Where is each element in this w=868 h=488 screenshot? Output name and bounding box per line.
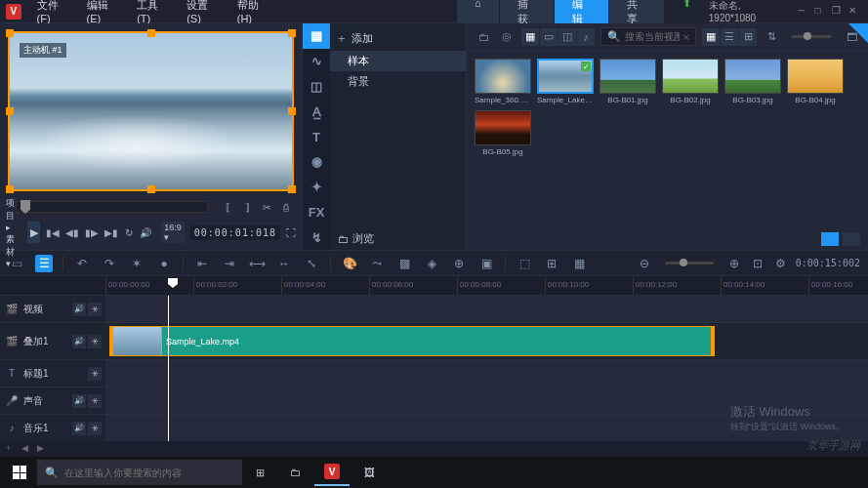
track-mute[interactable]: 🔊 [72,303,86,316]
media-tool[interactable]: ▦ [303,23,330,49]
pan-zoom-button[interactable]: ◈ [423,255,440,272]
start-button[interactable] [4,459,35,486]
record-button[interactable]: ● [155,255,173,272]
restore-button[interactable]: ❐ [832,5,846,19]
snapshot-button[interactable]: ⎙ [278,199,294,215]
taskbar-search[interactable]: 🔍 [37,460,242,485]
library-browse[interactable]: 🗀 浏览 [330,227,382,250]
track-header-title[interactable]: T 标题1 ⚹ [0,360,105,386]
scroll-left-button[interactable]: ◀ [21,443,33,455]
media-thumbnail[interactable]: BG-B04.jpg [787,59,844,104]
motion-tool[interactable]: ↯ [303,224,330,250]
sort-order-button[interactable]: ⇅ [763,28,780,46]
ripple-button[interactable]: ↔ [275,255,293,272]
track-lock[interactable]: ⚹ [88,367,102,381]
resize-handle[interactable] [147,29,155,37]
transition-tool[interactable]: ◫ [303,74,330,100]
motion-button[interactable]: ⤳ [368,255,386,272]
resize-handle[interactable] [6,185,14,193]
menu-settings[interactable]: 设置(S) [179,0,229,24]
go-end-button[interactable]: ▶▮ [104,224,118,240]
timeline-clip[interactable]: Sample_Lake.mp4 [109,326,715,356]
minimize-button[interactable]: ─ [798,5,811,19]
scroll-right-button[interactable]: ▶ [37,443,49,455]
close-button[interactable]: ✕ [848,5,862,19]
3d-button[interactable]: ⬚ [516,255,533,272]
clear-search-button[interactable]: × [683,31,689,43]
view-thumb-button[interactable]: ▦ [702,28,720,46]
resize-handle[interactable] [6,107,14,115]
filter-video-button[interactable]: ▭ [540,28,558,46]
menu-help[interactable]: 帮助(H) [229,0,280,24]
taskbar-app-explorer[interactable]: 🗀 [277,459,312,486]
track-lock[interactable]: ⚹ [88,422,102,435]
graphic-tool[interactable]: ◉ [303,149,330,175]
mark-in-button[interactable]: ⟦ [220,199,235,215]
fullscreen-button[interactable]: ⛶ [286,224,296,240]
chroma-button[interactable]: ▩ [395,255,413,272]
tool-options-button[interactable]: ✶ [128,255,145,272]
redo-button[interactable]: ↷ [101,255,118,272]
play-button[interactable]: ▶ [27,222,41,243]
preview-scrubber[interactable] [16,201,208,213]
track-header-voice[interactable]: 🎤 声音 🔊⚹ [0,387,105,414]
track-header-overlay[interactable]: 🎬 叠加1 🔊⚹ [0,323,105,359]
zoom-out-button[interactable]: ⊖ [636,255,653,272]
roll-button[interactable]: ⟷ [248,255,266,272]
taskbar-app-image[interactable]: 🖼 [351,459,387,486]
slip-button[interactable]: ⇤ [193,255,211,272]
taskbar-search-input[interactable] [64,468,234,478]
loop-button[interactable]: ↻ [124,224,134,240]
filter-audio-button[interactable]: ♪ [577,28,595,46]
settings-button[interactable]: ⚙ [772,255,790,272]
footer-view-a[interactable] [821,232,839,246]
search-box[interactable]: 🔍 × [600,27,696,46]
track-lock[interactable]: ⚹ [88,335,102,348]
volume-button[interactable]: 🔊 [140,224,151,240]
scrubber-thumb[interactable] [21,200,30,214]
multicam-button[interactable]: ⊞ [543,255,560,272]
filter-tool[interactable]: ✦ [303,175,330,200]
sort-button[interactable]: ◎ [498,28,516,46]
resize-handle[interactable] [288,185,296,193]
timeline-view-button[interactable]: ☰ [35,255,53,272]
filter-all-button[interactable]: ▦ [521,28,539,46]
mask-button[interactable]: ▣ [477,255,495,272]
timeline-ruler[interactable]: 00:00:00:0000:00:02:0000:00:04:0000:00:0… [0,276,868,296]
resize-handle[interactable] [147,185,155,193]
track-header-video[interactable]: 🎬 视频 🔊⚹ [0,296,105,322]
zoom-in-button[interactable]: ⊕ [725,255,743,272]
rate-stretch-button[interactable]: ⤡ [303,255,320,272]
track-lock[interactable]: ⚹ [88,394,102,408]
taskbar-app-videostudio[interactable]: V [314,459,350,486]
preview-viewport[interactable]: 主动机 #1 [8,31,294,191]
library-add[interactable]: + 添加 [330,25,466,51]
split-button[interactable]: ✂ [259,199,274,215]
timeline-zoom-slider[interactable] [665,262,714,264]
text-tool[interactable]: T [303,124,330,149]
slide-button[interactable]: ⇥ [221,255,238,272]
task-view-button[interactable]: ⊞ [244,459,275,486]
search-input[interactable] [625,31,680,42]
resize-handle[interactable] [288,29,296,37]
sound-tool[interactable]: ∿ [303,49,330,74]
next-frame-button[interactable]: ▮▶ [85,224,99,240]
menu-file[interactable]: 文件(F) [29,0,79,24]
playhead-marker[interactable] [168,278,178,288]
track-mute[interactable]: 🔊 [72,422,86,435]
track-mute[interactable]: 🔊 [72,335,86,348]
fx-tool[interactable]: FX [303,199,330,224]
track-header-music[interactable]: ♪ 音乐1 🔊⚹ [0,415,105,441]
import-button[interactable]: 🗀 [475,28,492,46]
fit-button[interactable]: ⊡ [749,255,766,272]
thumb-zoom-slider[interactable] [792,35,831,38]
track-mute[interactable]: 🔊 [72,394,86,408]
resize-handle[interactable] [6,29,14,37]
media-thumbnail[interactable]: BG-B05.jpg [475,110,531,156]
undo-button[interactable]: ↶ [73,255,91,272]
view-detail-button[interactable]: ⊞ [739,28,757,46]
track-motion-button[interactable]: ⊕ [450,255,468,272]
playhead-line[interactable] [168,296,169,441]
subtitle-button[interactable]: ▦ [570,255,588,272]
menu-tools[interactable]: 工具(T) [129,0,179,24]
